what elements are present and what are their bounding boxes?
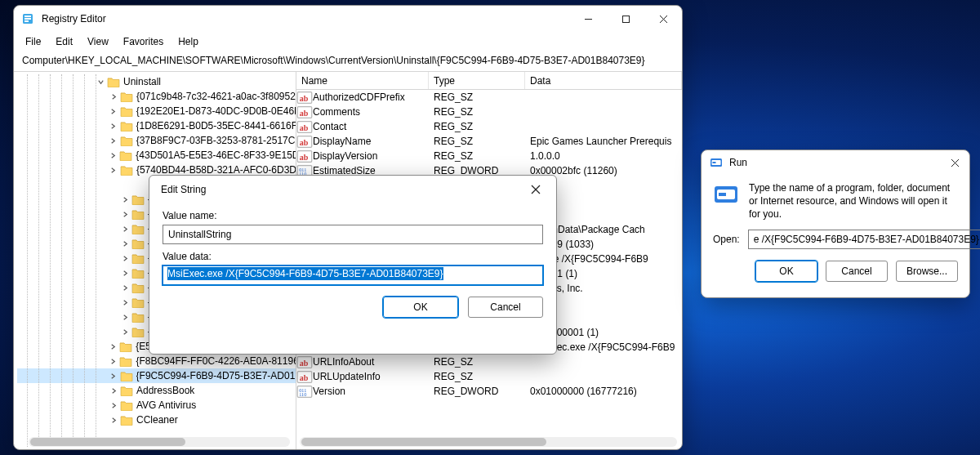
chevron-right-icon[interactable] (109, 402, 118, 409)
chevron-right-icon[interactable] (109, 372, 118, 380)
tree-node[interactable]: {192E20E1-D873-40DC-9D0B-0E46E (17, 104, 296, 118)
regedit-titlebar[interactable]: Registry Editor (14, 6, 682, 32)
tree-node[interactable]: {37B8F9C7-03FB-3253-8781-2517C9 (17, 133, 296, 148)
value-name-label: Value name: (163, 210, 543, 221)
folder-icon (120, 120, 133, 132)
chevron-right-icon[interactable] (120, 240, 130, 248)
chevron-right-icon[interactable] (109, 137, 118, 145)
chevron-right-icon[interactable] (120, 314, 130, 321)
value-name: Version (313, 386, 429, 397)
chevron-right-icon[interactable] (109, 417, 118, 424)
value-type: REG_SZ (429, 371, 525, 382)
folder-icon (131, 223, 145, 234)
list-row[interactable]: DisplayNameREG_SZEpic Games Launcher Pre… (296, 134, 682, 149)
col-data[interactable]: Data (525, 72, 682, 89)
chevron-right-icon[interactable] (120, 255, 130, 262)
value-name: DisplayVersion (313, 150, 429, 162)
tree-node[interactable]: {43D501A5-E5E3-46EC-8F33-9E15D2 (17, 148, 296, 163)
browse-button[interactable]: Browse... (896, 261, 958, 282)
folder-icon (131, 252, 145, 264)
close-button[interactable] (644, 6, 682, 32)
menu-file[interactable]: File (19, 33, 47, 50)
folder-icon (131, 238, 145, 249)
tree-node[interactable]: {071c9b48-7c32-4621-a0ac-3f80952 (17, 89, 296, 104)
run-dialog: Run Type the name of a program, folder, … (701, 149, 970, 298)
value-icon (296, 134, 313, 149)
list-row[interactable]: ContactREG_SZ (296, 119, 682, 134)
menu-view[interactable]: View (81, 33, 115, 50)
chevron-right-icon[interactable] (109, 343, 118, 350)
tree-node[interactable]: {F9C5C994-F6B9-4D75-B3E7-AD01B (17, 368, 296, 383)
chevron-right-icon[interactable] (120, 328, 130, 336)
chevron-right-icon[interactable] (120, 196, 130, 203)
folder-icon (120, 135, 133, 146)
value-icon (296, 355, 313, 369)
list-row[interactable]: URLUpdateInfoREG_SZ (296, 369, 682, 384)
value-data-input[interactable] (163, 265, 543, 285)
value-name-input[interactable] (163, 225, 543, 244)
value-name: URLUpdateInfo (313, 371, 429, 382)
folder-icon (120, 164, 133, 176)
chevron-right-icon[interactable] (109, 358, 118, 365)
run-icon (710, 156, 723, 169)
tree-node[interactable]: {F8BC94FF-FF0C-4226-AE0A-811960 (17, 354, 296, 368)
chevron-right-icon[interactable] (109, 167, 118, 174)
chevron-right-icon[interactable] (109, 108, 118, 115)
minimize-button[interactable] (569, 6, 607, 32)
tree-node[interactable]: {1D8E6291-B0D5-35EC-8441-6616F5 (17, 118, 296, 133)
list-header[interactable]: Name Type Data (296, 72, 682, 90)
folder-icon (131, 326, 145, 337)
tree-node[interactable]: AddressBook (17, 383, 296, 398)
value-icon (296, 119, 313, 134)
chevron-right-icon[interactable] (120, 211, 130, 218)
col-name[interactable]: Name (296, 72, 429, 89)
chevron-right-icon[interactable] (109, 123, 118, 130)
menu-edit[interactable]: Edit (49, 33, 79, 50)
chevron-right-icon[interactable] (109, 93, 118, 100)
menu-favorites[interactable]: Favorites (117, 33, 170, 50)
close-icon[interactable] (523, 177, 548, 202)
chevron-right-icon[interactable] (109, 387, 118, 395)
list-row[interactable]: AuthorizedCDFPrefixREG_SZ (296, 90, 682, 105)
regedit-menubar: File Edit View Favorites Help (14, 32, 682, 51)
tree-label: {5740BD44-B58D-321A-AFC0-6D3D (136, 164, 296, 176)
folder-icon (120, 399, 133, 411)
ok-button[interactable]: OK (383, 297, 458, 318)
chevron-right-icon[interactable] (120, 270, 130, 277)
value-type: REG_SZ (429, 136, 525, 147)
cancel-button[interactable]: Cancel (468, 297, 543, 318)
folder-icon (131, 267, 145, 279)
tree-label: {37B8F9C7-03FB-3253-8781-2517C9 (136, 135, 296, 146)
open-combobox[interactable]: e /X{F9C5C994-F6B9-4D75-B3E7-AD01B84073E… (748, 230, 980, 249)
close-button[interactable] (940, 149, 969, 176)
tree-node-uninstall[interactable]: Uninstall (17, 74, 296, 89)
regedit-address-bar[interactable]: Computer\HKEY_LOCAL_MACHINE\SOFTWARE\Mic… (14, 51, 682, 72)
tree-label: Uninstall (123, 76, 161, 87)
folder-icon (120, 385, 133, 396)
chevron-right-icon[interactable] (109, 152, 118, 159)
chevron-right-icon[interactable] (120, 299, 130, 306)
list-row[interactable]: DisplayVersionREG_SZ1.0.0.0 (296, 149, 682, 163)
tree-node[interactable]: CCleaner (17, 413, 296, 427)
tree-label: {1D8E6291-B0D5-35EC-8441-6616F5 (136, 120, 296, 132)
chevron-down-icon[interactable] (96, 78, 105, 86)
cancel-button[interactable]: Cancel (826, 261, 888, 282)
list-row[interactable]: CommentsREG_SZ (296, 105, 682, 119)
menu-help[interactable]: Help (172, 33, 205, 50)
folder-icon (107, 76, 120, 87)
chevron-right-icon[interactable] (120, 225, 130, 233)
folder-icon (120, 105, 133, 117)
col-type[interactable]: Type (429, 72, 525, 89)
chevron-right-icon[interactable] (120, 284, 130, 292)
value-data: 1.0.0.0 (525, 150, 682, 162)
ok-button[interactable]: OK (755, 261, 817, 282)
list-scrollbar-h[interactable] (300, 437, 677, 447)
tree-scrollbar-h[interactable] (29, 437, 290, 447)
regedit-icon (22, 12, 35, 25)
value-icon (296, 384, 313, 399)
tree-node[interactable]: AVG Antivirus (17, 398, 296, 413)
list-row[interactable]: VersionREG_DWORD0x01000000 (16777216) (296, 384, 682, 399)
list-row[interactable]: URLInfoAboutREG_SZ (296, 355, 682, 369)
maximize-button[interactable] (607, 6, 644, 32)
value-data: 0x01000000 (16777216) (525, 386, 682, 397)
